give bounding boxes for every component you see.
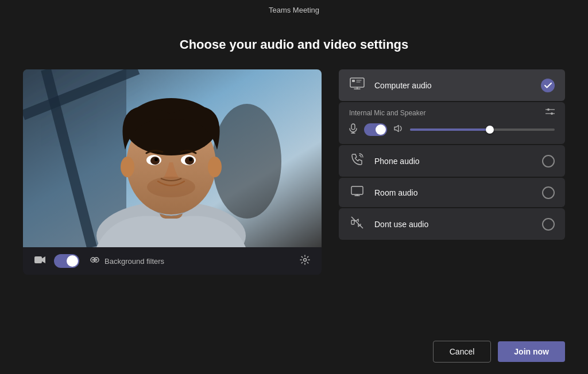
svg-point-15 [154, 158, 158, 161]
svg-rect-24 [350, 78, 364, 87]
room-audio-option[interactable]: Room audio [339, 178, 565, 207]
bottom-action-bar: Cancel Join now [433, 341, 565, 363]
background-filters-label: Background filters [105, 257, 164, 266]
svg-point-9 [121, 157, 134, 177]
internal-mic-row: Internal Mic and Speaker [339, 102, 565, 144]
cancel-button[interactable]: Cancel [433, 341, 492, 363]
microphone-icon [349, 123, 357, 136]
mic-toggle-knob [376, 124, 386, 135]
background-filters-button[interactable]: Background filters [90, 255, 164, 267]
camera-icon [34, 255, 46, 267]
page-heading: Choose your audio and video settings [0, 37, 588, 52]
content-area: Background filters [0, 69, 588, 275]
video-settings-icon[interactable] [300, 255, 310, 268]
no-audio-icon [349, 216, 365, 232]
volume-slider-track [410, 128, 555, 131]
audio-settings-panel: Computer audio Internal Mic and Speaker [339, 69, 565, 241]
room-audio-radio [542, 186, 555, 199]
title-bar: Teams Meeting [0, 0, 588, 20]
mic-speaker-controls [349, 123, 555, 136]
svg-point-23 [304, 258, 307, 261]
room-audio-label: Room audio [374, 188, 533, 197]
phone-audio-label: Phone audio [374, 157, 533, 166]
svg-point-4 [212, 104, 281, 219]
computer-audio-label: Computer audio [374, 81, 532, 90]
no-audio-option[interactable]: Dont use audio [339, 208, 565, 240]
volume-slider-fill [410, 128, 490, 131]
svg-line-35 [351, 217, 363, 228]
svg-rect-34 [351, 220, 354, 224]
person-video-feed [23, 69, 322, 247]
svg-point-10 [208, 157, 222, 177]
speaker-icon [394, 124, 403, 135]
room-audio-icon [349, 186, 365, 199]
background-filters-icon [90, 255, 100, 267]
svg-point-27 [547, 108, 550, 111]
volume-slider-thumb[interactable] [486, 126, 494, 134]
video-controls-bar: Background filters [23, 247, 322, 275]
internal-mic-label-row: Internal Mic and Speaker [349, 108, 555, 118]
title-text: Teams Meeting [269, 6, 319, 14]
mic-toggle[interactable] [364, 123, 387, 136]
svg-rect-25 [352, 80, 355, 82]
no-audio-label: Dont use audio [374, 220, 533, 229]
camera-toggle[interactable] [54, 254, 79, 268]
computer-audio-icon [349, 77, 365, 93]
svg-point-16 [189, 158, 192, 161]
computer-audio-option[interactable]: Computer audio [339, 69, 565, 101]
toggle-knob [67, 255, 78, 267]
no-audio-radio [542, 218, 555, 231]
svg-point-29 [551, 112, 553, 115]
phone-audio-icon [349, 153, 365, 169]
phone-audio-option[interactable]: Phone audio [339, 145, 565, 177]
svg-rect-18 [34, 256, 42, 263]
svg-rect-30 [351, 124, 355, 130]
svg-point-17 [147, 177, 195, 197]
internal-mic-label: Internal Mic and Speaker [349, 109, 425, 117]
volume-slider[interactable] [410, 128, 555, 131]
computer-audio-selected-check [541, 79, 555, 92]
svg-point-22 [96, 259, 98, 261]
mic-settings-icon[interactable] [546, 108, 555, 118]
video-preview [23, 69, 322, 247]
join-now-button[interactable]: Join now [498, 341, 565, 362]
svg-point-21 [92, 259, 94, 261]
svg-rect-33 [351, 186, 363, 194]
video-preview-container: Background filters [23, 69, 322, 275]
phone-audio-radio [542, 155, 555, 167]
